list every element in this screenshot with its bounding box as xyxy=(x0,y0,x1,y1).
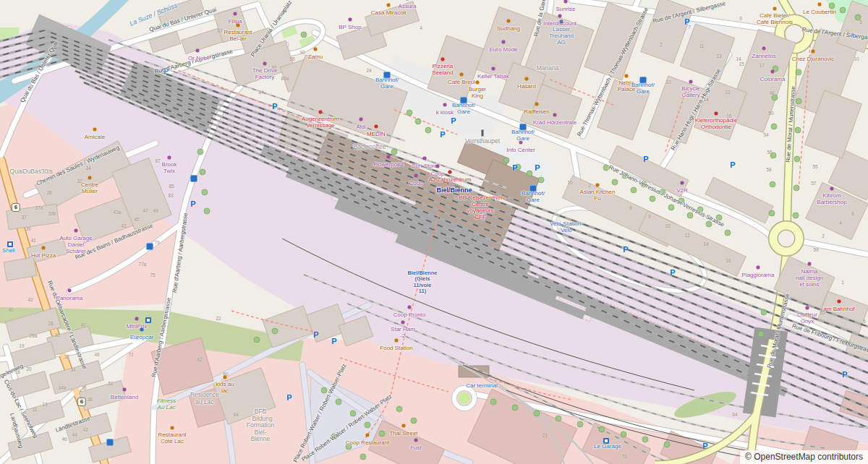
poi-icon-bettenland xyxy=(123,388,127,392)
bus-stop-icon xyxy=(639,77,647,84)
fuel-station-icon xyxy=(7,241,13,247)
tree-icon xyxy=(761,309,767,316)
parking-icon: P xyxy=(512,163,517,172)
parking-icon: P xyxy=(331,337,336,345)
house-number: 9 xyxy=(739,16,742,21)
tree-icon xyxy=(796,69,802,76)
house-number: 64 xyxy=(233,412,238,417)
tree-icon xyxy=(697,207,704,213)
house-number: 85 xyxy=(169,184,174,189)
label-rue-de-fribourg-freiburgstrasse: Rue de Fribourg / Freiburgstrasse xyxy=(791,323,868,356)
tree-icon xyxy=(840,7,846,14)
house-number: 46 xyxy=(61,437,67,442)
poi-icon-kibrom-barbershop xyxy=(830,186,834,190)
label-bp-shop: BP Shop xyxy=(339,25,361,31)
parking-icon: P xyxy=(440,130,445,139)
map-canvas[interactable]: PPPPPPPPPPPPPPPPP66302828a40421932341820… xyxy=(0,0,868,464)
label-rue-de-morat-murtenstrasse: Rue de Morat / Murtenstrasse xyxy=(786,86,797,163)
house-number: 23 xyxy=(542,433,547,438)
tree-icon xyxy=(725,230,731,236)
label-or-noir: Or Noir xyxy=(188,56,207,62)
house-number: 10 xyxy=(665,223,670,228)
poi-icon-coop xyxy=(436,165,440,168)
poi-icon-keller-tabak xyxy=(492,67,495,71)
poi-icon-colorama xyxy=(771,70,775,74)
attribution[interactable]: © OpenStreetMap contributors xyxy=(740,450,868,464)
poi-icon-thai-street xyxy=(402,424,406,428)
label-rue-de-morat-murtenstrasse: Rue de Morat / Murtenstrasse xyxy=(767,293,791,369)
label-kids-au-lac: kids aulac xyxy=(216,382,234,395)
house-number: 12 xyxy=(684,233,689,238)
tree-icon xyxy=(512,405,519,411)
bus-stop-icon xyxy=(106,439,114,446)
label-star-ham-2: Star Ham-2 xyxy=(391,327,415,340)
poi-icon-or-noir xyxy=(196,49,200,53)
label-bahnhof-gare: Bahnhof/Gare xyxy=(522,191,545,204)
tree-icon xyxy=(425,127,432,134)
label-chez-djuranovic: Chez Djuranovic xyxy=(792,56,835,63)
label-krad-h-rzentrale: Krad Hörzentrale xyxy=(533,120,576,126)
parking-icon: P xyxy=(272,102,277,111)
house-number: 14 xyxy=(703,97,708,102)
house-number: 28 xyxy=(46,190,51,195)
poi-icon-le-coubertin xyxy=(818,3,822,7)
label-caf-bieler-caf-biennois: Café Bieler/Café Biennois xyxy=(757,13,793,26)
label-l-ndtestrasse: Ländtestrasse xyxy=(55,416,91,434)
parking-icon: P xyxy=(286,393,292,402)
tree-icon xyxy=(490,399,497,405)
label-clos-du-lac-seehofweg: Clos-du-Lac / Seehofweg xyxy=(2,379,38,439)
tree-icon xyxy=(379,431,386,437)
house-number: 64 xyxy=(732,412,737,417)
label-rue-thomas-wyttenbach-thomas-wyt: Rue Thomas-Wyttenbach / Thomas-Wyttenbac… xyxy=(576,7,650,137)
label-food-station: Food Station xyxy=(380,345,412,352)
house-number: 73 xyxy=(621,454,626,459)
tree-icon xyxy=(407,110,413,116)
bus-stop-icon xyxy=(529,185,537,192)
label-quai-du-bas-unterer-quai: Quai du Bas / Unterer Quai xyxy=(20,40,60,104)
tree-icon xyxy=(204,208,210,215)
label-casa-miracoli: Casa Miracoli xyxy=(371,10,406,17)
poi-icon-naima-nail-design-et-soins xyxy=(808,262,812,266)
house-number: 2 xyxy=(588,183,591,188)
label-europcar: Europcar xyxy=(130,335,153,341)
label-rue-du-d-barcad-re-l-ndtestrasse: Rue du Débarcadère / Ländtestrasse xyxy=(46,280,87,370)
tree-icon xyxy=(538,177,545,184)
house-number: 16 xyxy=(726,113,731,119)
tree-icon xyxy=(631,187,637,194)
poi-icon-raiffeisen xyxy=(535,103,539,106)
label-aj-zahnzentrum: AJ Zahnzentrum xyxy=(429,177,472,184)
bus-stop-icon xyxy=(146,243,153,250)
monument-icon xyxy=(482,130,484,137)
poi-icon-hasard xyxy=(525,77,529,81)
tree-icon xyxy=(202,189,208,196)
fuel-station-icon xyxy=(145,317,151,323)
poi-icon-flowerpoint xyxy=(387,155,391,159)
label-sbb-reisezentrum-centre-voyageur: SBB Reisezentrum/CentrevoyageursCFF xyxy=(455,195,506,221)
label-coop-restaurant: Coop Restaurant xyxy=(346,440,389,447)
parking-icon: P xyxy=(190,199,195,208)
house-number: 75 xyxy=(150,272,155,278)
label-bahnhof-gare: Bahnhof/Gare xyxy=(452,103,475,116)
poi-icon-miniprix xyxy=(135,317,139,321)
label-quaidubas30: QuaiDuBas30 xyxy=(10,168,48,176)
house-number: 25 xyxy=(47,169,52,174)
tree-icon xyxy=(331,434,338,440)
house-number: 39 xyxy=(25,226,30,231)
house-number: 24 xyxy=(366,68,371,73)
house-number: 84 xyxy=(258,90,263,95)
poi-icon-bicycle-gallery xyxy=(689,80,693,83)
tree-icon xyxy=(577,421,584,428)
tree-icon xyxy=(360,454,367,460)
poi-icon-sudhang xyxy=(507,20,511,23)
label-bettenland: Bettenland xyxy=(111,395,138,401)
poi-icon-aj-zahnzentrum xyxy=(448,171,452,174)
label-biel-bienne-gleis-11-voie-11: Biel/Bienne(Gleis11/voie11) xyxy=(408,270,438,295)
poi-icon-assura xyxy=(406,0,409,1)
house-number: 37 xyxy=(21,215,26,220)
parking-icon: P xyxy=(643,155,648,163)
house-number: 19 xyxy=(19,343,24,348)
label-k-kiosk: k kiosk xyxy=(436,110,454,116)
poi-icon-sun-store xyxy=(423,157,427,160)
bus-stop-icon xyxy=(519,124,527,131)
label-bahnhof-gare: Bahnhof/Gare xyxy=(631,82,655,95)
